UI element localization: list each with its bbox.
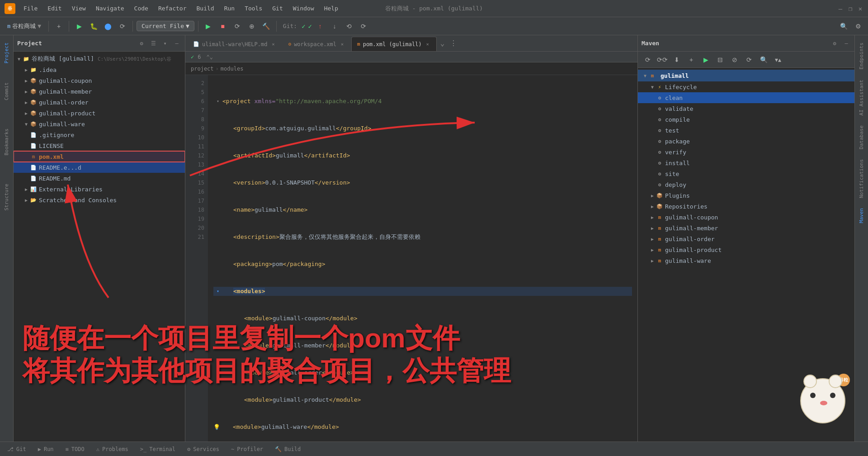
maven-submodule-order[interactable]: ▶ m gulimall-order [638, 233, 854, 244]
sidebar-icon-project[interactable]: Project [3, 39, 10, 67]
tree-item-readme-e[interactable]: 📄 README.e...d [14, 162, 185, 173]
current-file-selector[interactable]: Current File ▼ [137, 21, 194, 31]
project-selector[interactable]: m 谷粒商城 ▼ [4, 20, 45, 32]
tabs-more-button[interactable]: ⋮ [448, 39, 459, 48]
tab-pom-xml[interactable]: m pom.xml (gulimall) ✕ [351, 37, 437, 51]
build-button[interactable]: 🔨 [260, 20, 273, 33]
maven-toggle-button[interactable]: ⊟ [714, 53, 726, 66]
tree-item-ware[interactable]: ▼ 📦 gulimall-ware [14, 119, 185, 129]
panel-collapse-icon[interactable]: ▾ [160, 39, 170, 48]
menu-navigate[interactable]: Navigate [91, 3, 129, 14]
maven-submodule-coupon[interactable]: ▶ m gulimall-coupon [638, 212, 854, 223]
maven-download-button[interactable]: ⬇ [670, 53, 683, 66]
menu-code[interactable]: Code [130, 3, 153, 14]
sidebar-icon-bookmarks[interactable]: Bookmarks [3, 125, 10, 159]
maven-submodule-member[interactable]: ▶ m gulimall-member [638, 223, 854, 233]
maven-lifecycle-group[interactable]: ▼ ⚡ Lifecycle [638, 81, 854, 92]
maven-lifecycle-site[interactable]: ⚙ site [638, 168, 854, 179]
tab-help-md[interactable]: 📄 ulimall-ware\HELP.md ✕ [187, 37, 283, 51]
maven-run-button[interactable]: ▶ [699, 53, 712, 66]
bottom-tab-git[interactable]: ⎇ Git [2, 443, 32, 456]
tree-item-product[interactable]: ▶ 📦 gulimall-product [14, 108, 185, 119]
maven-refresh-button[interactable]: ⟳ [642, 53, 654, 66]
panel-layout-icon[interactable]: ☰ [149, 39, 158, 48]
restart-button[interactable]: ⟳ [231, 20, 244, 33]
right-icon-ai[interactable]: AI Assistant [857, 76, 866, 119]
fold-11-icon[interactable]: ▾ [213, 287, 222, 296]
tab-workspace-xml[interactable]: ⚙ workspace.xml ✕ [283, 37, 352, 51]
maven-lifecycle-deploy[interactable]: ⚙ deploy [638, 179, 854, 190]
right-icon-database[interactable]: Database [857, 122, 866, 153]
tree-item-order[interactable]: ▶ 📦 gulimall-order [14, 97, 185, 108]
maven-lifecycle-clean[interactable]: ⚙ clean [638, 92, 854, 103]
maven-lifecycle-test[interactable]: ⚙ test [638, 125, 854, 136]
tab-help-close-button[interactable]: ✕ [270, 41, 277, 48]
menu-refactor[interactable]: Refactor [154, 3, 191, 14]
maven-close-icon[interactable]: — [842, 39, 851, 48]
menu-window[interactable]: Window [288, 3, 319, 14]
profile-button[interactable]: ⟳ [116, 20, 129, 33]
run-button[interactable]: ▶ [73, 20, 85, 33]
menu-run[interactable]: Run [220, 3, 239, 14]
right-icon-notifications[interactable]: Notifications [857, 156, 866, 202]
right-icon-maven[interactable]: Maven [857, 204, 866, 227]
bottom-tab-services[interactable]: ⚙ Services [182, 443, 225, 456]
menu-git[interactable]: Git [268, 3, 287, 14]
tree-item-idea[interactable]: ▶ 📁 .idea [14, 64, 185, 75]
menu-view[interactable]: View [67, 3, 90, 14]
menu-tools[interactable]: Tools [240, 3, 267, 14]
maven-settings-btn2[interactable]: ⟳ [743, 53, 755, 66]
tree-item-scratches[interactable]: ▶ 📂 Scratches and Consoles [14, 195, 185, 205]
minimize-button[interactable]: — [837, 5, 844, 12]
maven-refresh-all-button[interactable]: ⟳⟳ [656, 53, 669, 66]
bottom-tab-problems[interactable]: ⚠ Problems [91, 443, 134, 456]
search-everywhere-button[interactable]: 🔍 [837, 20, 850, 33]
maven-collapse-button[interactable]: ▾▴ [772, 53, 784, 66]
maven-add-button[interactable]: + [685, 53, 698, 66]
git-push-button[interactable]: ↑ [314, 20, 326, 33]
panel-settings-icon[interactable]: ⚙ [137, 39, 146, 48]
tree-item-pom[interactable]: m pom.xml [14, 151, 185, 162]
menu-build[interactable]: Build [192, 3, 219, 14]
tree-root[interactable]: ▼ 📁 谷粒商城 [gulimall] C:\Users\29001\Deskt… [14, 53, 185, 64]
maven-lifecycle-install[interactable]: ⚙ install [638, 157, 854, 168]
maven-skip-button[interactable]: ⊘ [728, 53, 741, 66]
maven-submodule-product[interactable]: ▶ m gulimall-product [638, 244, 854, 255]
tab-pom-close-button[interactable]: ✕ [425, 41, 431, 48]
coverage-button[interactable]: ⬤ [102, 20, 114, 33]
maven-lifecycle-package[interactable]: ⚙ package [638, 136, 854, 147]
maven-lifecycle-compile[interactable]: ⚙ compile [638, 114, 854, 125]
tree-item-coupon[interactable]: ▶ 📦 gulimall-coupon [14, 75, 185, 86]
tree-item-license[interactable]: 📄 LICENSE [14, 140, 185, 151]
maven-root-item[interactable]: ▼ m gulimall [638, 70, 854, 81]
bottom-tab-todo[interactable]: ≡ TODO [60, 443, 90, 456]
git-branch-button[interactable]: ⟳ [357, 20, 370, 33]
menu-help[interactable]: Help [320, 3, 343, 14]
panel-pin-icon[interactable]: — [172, 39, 181, 48]
right-icon-endpoints[interactable]: Endpoints [857, 39, 866, 73]
maven-search-button[interactable]: 🔍 [757, 53, 770, 66]
maven-repositories-group[interactable]: ▶ 📦 Repositories [638, 201, 854, 212]
settings-button[interactable]: ⚙ [852, 20, 864, 33]
stop-button[interactable]: ■ [217, 20, 229, 33]
maven-lifecycle-verify[interactable]: ⚙ verify [638, 147, 854, 157]
maven-settings-icon[interactable]: ⚙ [830, 39, 839, 48]
tree-item-member[interactable]: ▶ 📦 gulimall-member [14, 86, 185, 97]
maximize-button[interactable]: ❐ [847, 5, 854, 12]
maven-lifecycle-validate[interactable]: ⚙ validate [638, 103, 854, 114]
close-button[interactable]: ✕ [857, 5, 863, 12]
maven-submodule-ware[interactable]: ▶ m gulimall-ware [638, 255, 854, 266]
sidebar-icon-commit[interactable]: Commit [3, 79, 10, 104]
tree-item-gitignore[interactable]: 📄 .gitignore [14, 129, 185, 140]
bottom-tab-profiler[interactable]: ~ Profiler [226, 443, 269, 456]
code-content[interactable]: ▾ <project xmlns="http://maven.apache.or… [208, 75, 637, 442]
tabs-overflow-button[interactable]: ⌄ [439, 39, 447, 48]
attach-button[interactable]: ⊕ [245, 20, 258, 33]
debug-button[interactable]: 🐛 [87, 20, 100, 33]
sidebar-icon-structure[interactable]: Structure [3, 180, 10, 214]
code-editor[interactable]: 2 5 6 7 8 9 10 11 12 13 14 15 16 17 18 1… [185, 75, 637, 442]
git-history-button[interactable]: ⟲ [343, 20, 355, 33]
run-main-button[interactable]: ▶ [202, 20, 215, 33]
menu-file[interactable]: File [19, 3, 42, 14]
maven-plugins-group[interactable]: ▶ 📦 Plugins [638, 190, 854, 201]
